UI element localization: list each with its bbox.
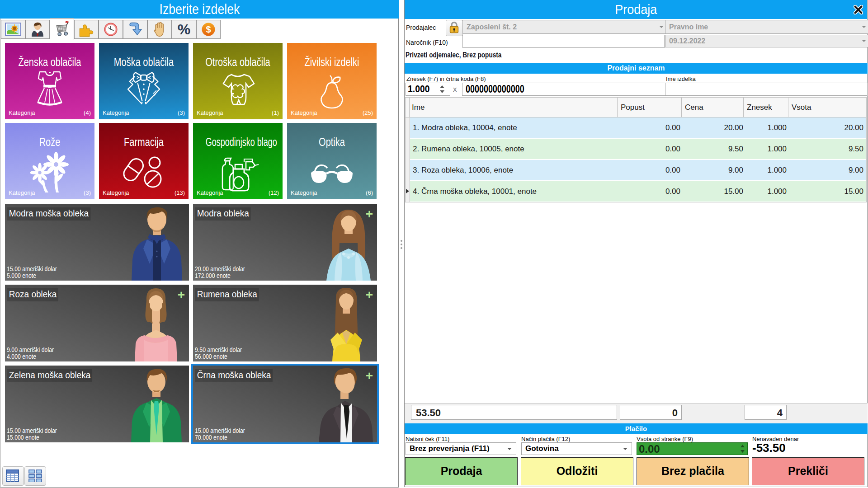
svg-text:$: $ — [206, 24, 211, 34]
